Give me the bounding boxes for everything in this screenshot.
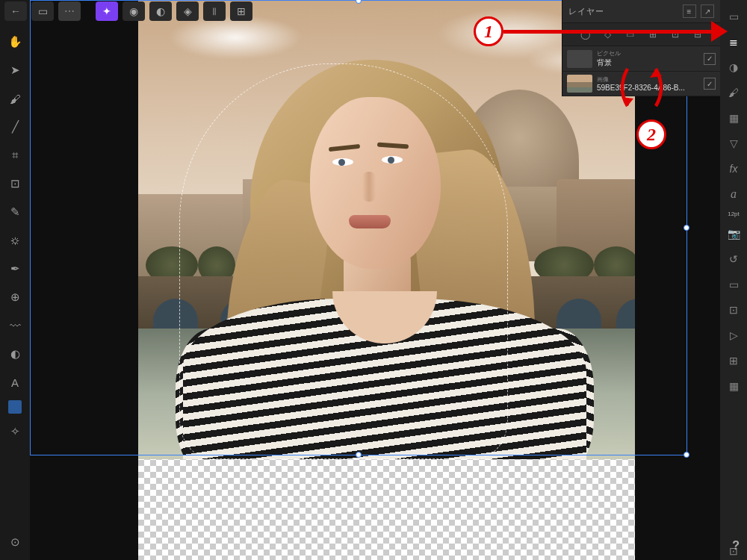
fx-tool[interactable]: ✧: [4, 421, 25, 442]
document-panel-icon[interactable]: ▭: [725, 7, 743, 25]
export-persona-button[interactable]: ⊞: [230, 1, 252, 21]
add-layer-icon[interactable]: ◯: [578, 28, 593, 41]
text-panel-icon[interactable]: a: [725, 185, 743, 203]
pen-tool[interactable]: ✒: [4, 258, 25, 279]
layer-row-2[interactable]: 画像 59BE39F2-8326-4A86-B... ✓: [562, 72, 720, 96]
move-tool[interactable]: ➤: [4, 60, 25, 81]
layer-name: 59BE39F2-8326-4A86-B...: [597, 84, 699, 92]
assets-panel-icon[interactable]: ⊞: [725, 352, 743, 370]
liquify-persona-button[interactable]: ◉: [123, 1, 145, 21]
macro-panel-icon[interactable]: ▷: [725, 326, 743, 344]
paint-brush-tool[interactable]: 🖌: [4, 88, 25, 109]
layer-visibility-checkbox[interactable]: ✓: [704, 78, 716, 90]
top-toolbar: ← ▭ ⋯ ✦ ◉ ◐ ◈ ⦀ ⊞: [0, 0, 257, 22]
fx-panel-icon[interactable]: fx: [725, 160, 743, 178]
more-menu-button[interactable]: ⋯: [58, 1, 81, 21]
line-tool[interactable]: ╱: [4, 116, 25, 137]
layer-pin-icon[interactable]: ↗: [701, 4, 714, 18]
delete-layer-icon[interactable]: ⊟: [690, 28, 705, 41]
merge-icon[interactable]: ⊡: [668, 28, 683, 41]
layer-thumbnail: [567, 50, 592, 68]
layer-name: 背景: [597, 57, 699, 68]
layer-type: ピクセル: [597, 49, 699, 57]
text-size-label: 12pt: [728, 211, 740, 217]
tonemap-persona-button[interactable]: ◈: [176, 1, 199, 21]
swatches-panel-icon[interactable]: ▦: [725, 377, 743, 395]
shape-tool[interactable]: [8, 400, 22, 414]
smudge-tool[interactable]: 〰: [4, 315, 25, 336]
layers-panel: レイヤー ≡ ↗ ◯ ◇ ▭ ⊞ ⊡ ⊟ ピクセル 背景 ✓ 画像 59BE39…: [562, 0, 720, 96]
channels-panel-icon[interactable]: ▦: [725, 109, 743, 127]
clone-tool[interactable]: ⊕: [4, 287, 25, 308]
navigator-tool[interactable]: ⊙: [4, 532, 25, 553]
portrait-subject: [183, 60, 586, 459]
right-studio-strip: ▭ ≣ ◑ 🖌 ▦ ▽ fx a 12pt 📷 ↺ ▭ ⊡ ▷ ⊞ ▦ ⊡: [720, 0, 747, 560]
left-toolbar: ✋ ➤ 🖌 ╱ ⌗ ⊡ ✎ ⛭ ✒ ⊕ 〰 ◐ A ✧ ⊙: [0, 27, 30, 560]
layer-type: 画像: [597, 75, 699, 84]
layer-visibility-checkbox[interactable]: ✓: [704, 53, 716, 65]
composite-image: [138, 0, 635, 459]
layer-row-1[interactable]: ピクセル 背景 ✓: [562, 46, 720, 72]
layers-panel-toolbar: ◯ ◇ ▭ ⊞ ⊡ ⊟: [562, 22, 720, 46]
transform-panel-icon[interactable]: ▭: [725, 276, 743, 293]
help-button[interactable]: ?: [732, 539, 740, 553]
selection-tool[interactable]: ⊡: [4, 173, 25, 194]
layers-panel-icon[interactable]: ≣: [725, 33, 743, 51]
hand-tool[interactable]: ✋: [4, 31, 25, 52]
crop-tool[interactable]: ⌗: [4, 145, 25, 166]
color-picker-tool[interactable]: ✎: [4, 202, 25, 223]
healing-tool[interactable]: ⛭: [4, 230, 25, 251]
add-mask-icon[interactable]: ▭: [623, 28, 638, 41]
text-tool[interactable]: A: [4, 372, 25, 393]
develop-persona-button[interactable]: ◐: [149, 1, 172, 21]
layer-thumbnail: [567, 75, 592, 93]
photo-persona-button[interactable]: ✦: [96, 1, 118, 21]
stock-panel-icon[interactable]: 📷: [725, 225, 743, 243]
history-panel-icon[interactable]: ↺: [725, 250, 743, 268]
document-menu-button[interactable]: ▭: [31, 1, 54, 21]
add-fx-icon[interactable]: ⊞: [645, 28, 660, 41]
dodge-tool[interactable]: ◐: [4, 343, 25, 364]
brushes-panel-icon[interactable]: 🖌: [725, 84, 743, 102]
layers-panel-title: レイヤー: [568, 6, 604, 17]
adjustments-panel-icon[interactable]: ◑: [725, 58, 743, 76]
layer-options-icon[interactable]: ≡: [683, 4, 696, 18]
back-button[interactable]: ←: [4, 1, 27, 21]
filters-panel-icon[interactable]: ▽: [725, 134, 743, 152]
add-adjustment-icon[interactable]: ◇: [601, 28, 616, 41]
transparency-background: [138, 0, 635, 560]
navigator-panel-icon[interactable]: ⊡: [725, 301, 743, 319]
macros-button[interactable]: ⦀: [203, 1, 226, 21]
